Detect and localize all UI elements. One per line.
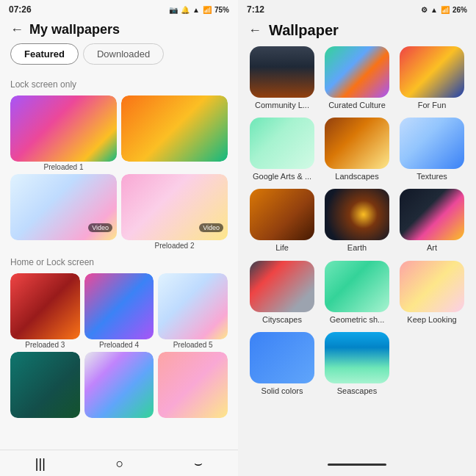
right-header: ← Wallpaper: [238, 18, 476, 46]
category-thumb-curated: [325, 46, 389, 98]
category-item-keeplooking[interactable]: Keep Looking: [398, 261, 466, 325]
category-item-seascapes[interactable]: Seascapes: [323, 332, 391, 396]
settings-icon[interactable]: ⚙: [421, 6, 428, 14]
nav-circle-icon[interactable]: ○: [116, 456, 124, 472]
category-item-art[interactable]: Art: [398, 189, 466, 253]
wallpaper-preloaded-3[interactable]: Preloaded 3: [10, 273, 80, 349]
category-label-art: Art: [427, 243, 437, 253]
category-item-community[interactable]: Community L...: [248, 46, 316, 110]
category-item-cityscapes[interactable]: Cityscapes: [248, 261, 316, 325]
back-button-right[interactable]: ←: [248, 23, 262, 38]
wallpaper-preloaded-4[interactable]: Preloaded 4: [84, 273, 154, 349]
section-label-home: Home or Lock screen: [10, 257, 228, 267]
category-item-solid[interactable]: Solid colors: [248, 332, 316, 396]
category-label-keeplooking: Keep Looking: [407, 315, 456, 325]
signal-icon-right: 📶: [441, 6, 450, 14]
nav-home-icon[interactable]: |||: [35, 456, 46, 472]
status-bar-right: 7:12 ⚙ ▲ 📶 26%: [238, 0, 476, 18]
home-indicator-right: [328, 464, 386, 466]
tab-bar-left: Featured Downloaded: [0, 43, 238, 72]
category-thumb-textures: [400, 118, 464, 169]
category-item-textures[interactable]: Textures: [398, 118, 466, 181]
wifi-icon: ▲: [192, 6, 200, 14]
category-thumb-community: [250, 46, 314, 98]
category-label-seascapes: Seascapes: [337, 386, 377, 396]
category-grid[interactable]: Community L...Curated CultureFor FunGoog…: [238, 46, 476, 458]
category-thumb-keeplooking: [400, 261, 464, 312]
page-title-right: Wallpaper: [269, 22, 339, 39]
status-bar-left: 07:26 📷 🔔 ▲ 📶 75%: [0, 0, 238, 18]
category-thumb-google: [250, 118, 314, 169]
section-label-lock: Lock screen only: [10, 79, 228, 90]
category-item-geometric[interactable]: Geometric sh...: [323, 261, 391, 325]
category-thumb-life: [250, 189, 314, 240]
category-label-forfun: For Fun: [418, 101, 447, 110]
category-label-life: Life: [275, 243, 289, 253]
right-panel: 7:12 ⚙ ▲ 📶 26% ← Wallpaper Community L..…: [238, 0, 476, 476]
category-label-geometric: Geometric sh...: [330, 315, 385, 325]
category-thumb-seascapes: [325, 332, 389, 383]
category-thumb-landscapes: [325, 118, 389, 169]
time-right: 7:12: [247, 4, 264, 15]
nav-back-icon[interactable]: ⌣: [194, 456, 203, 472]
category-thumb-solid: [250, 332, 314, 383]
wallpaper-orange-flower[interactable]: [121, 95, 228, 162]
video-badge-1: Video: [88, 223, 112, 232]
category-label-cityscapes: Cityscapes: [262, 315, 302, 325]
bottom-nav-left: ||| ○ ⌣: [0, 450, 238, 476]
wifi-icon-right: ▲: [430, 6, 438, 14]
time-left: 07:26: [9, 4, 32, 15]
category-label-textures: Textures: [416, 172, 447, 181]
wallpaper-scroll-area[interactable]: Lock screen only Preloaded 1: [0, 72, 238, 450]
wallpaper-bubbles-video[interactable]: Video: [10, 174, 117, 250]
status-icons-right: ⚙ ▲ 📶 26%: [421, 6, 467, 14]
category-thumb-forfun: [400, 46, 464, 98]
page-title-left: My wallpapers: [29, 22, 120, 37]
category-item-earth[interactable]: Earth: [323, 189, 391, 253]
category-label-google: Google Arts & ...: [253, 172, 311, 181]
category-item-forfun[interactable]: For Fun: [398, 46, 466, 110]
home-lock-grid-1: Preloaded 3 Preloaded 4 Preloaded 5: [10, 273, 228, 349]
wallpaper-preloaded-2[interactable]: Video Preloaded 2: [121, 174, 228, 250]
wallpaper-pink-flamingo[interactable]: [158, 352, 228, 419]
notification-icon: 🔔: [181, 6, 190, 14]
wallpaper-silver-holo[interactable]: [84, 352, 154, 419]
video-badge-2: Video: [199, 223, 223, 232]
category-label-landscapes: Landscapes: [335, 172, 378, 181]
wallpaper-preloaded-5[interactable]: Preloaded 5: [158, 273, 228, 349]
left-header: ← My wallpapers: [0, 18, 238, 43]
category-label-solid: Solid colors: [262, 386, 303, 396]
preloaded-2-label: Preloaded 2: [121, 242, 228, 250]
category-item-curated[interactable]: Curated Culture: [323, 46, 391, 110]
category-label-curated: Curated Culture: [328, 101, 386, 110]
battery-left: 75%: [214, 6, 229, 14]
preloaded-1-label: Preloaded 1: [10, 163, 117, 171]
home-lock-grid-2: [10, 352, 228, 419]
lock-screen-grid: Preloaded 1: [10, 95, 228, 171]
tab-featured[interactable]: Featured: [10, 43, 79, 65]
category-item-life[interactable]: Life: [248, 189, 316, 253]
camera-icon: 📷: [169, 6, 178, 14]
category-thumb-geometric: [325, 261, 389, 312]
category-thumb-earth: [325, 189, 389, 240]
signal-icon: 📶: [203, 6, 212, 14]
battery-right: 26%: [452, 6, 467, 14]
category-label-earth: Earth: [347, 243, 367, 253]
category-label-community: Community L...: [255, 101, 309, 110]
category-thumb-cityscapes: [250, 261, 314, 312]
category-item-landscapes[interactable]: Landscapes: [323, 118, 391, 181]
tab-downloaded[interactable]: Downloaded: [83, 43, 164, 65]
section-home-lock: Home or Lock screen Preloaded 3 Preloade…: [10, 257, 228, 419]
bottom-indicator: [238, 458, 476, 476]
category-item-google[interactable]: Google Arts & ...: [248, 118, 316, 181]
wallpaper-teal-leaves[interactable]: [10, 352, 80, 419]
section-lock-screen: Lock screen only Preloaded 1: [10, 79, 228, 250]
status-icons-left: 📷 🔔 ▲ 📶 75%: [169, 6, 229, 14]
left-panel: 07:26 📷 🔔 ▲ 📶 75% ← My wallpapers Featur…: [0, 0, 238, 476]
category-thumb-art: [400, 189, 464, 240]
back-button-left[interactable]: ←: [10, 22, 24, 37]
wallpaper-preloaded-1[interactable]: Preloaded 1: [10, 95, 117, 171]
lock-screen-grid-2: Video Video Preloaded 2: [10, 174, 228, 250]
